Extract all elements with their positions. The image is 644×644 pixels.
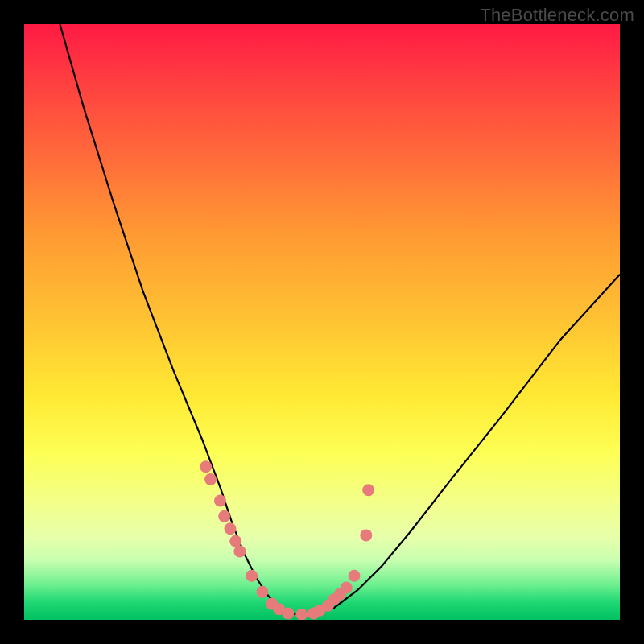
data-point bbox=[360, 529, 372, 541]
bottleneck-chart bbox=[24, 24, 620, 620]
curve-path bbox=[60, 24, 620, 614]
data-point bbox=[233, 545, 246, 557]
data-point-markers bbox=[200, 460, 374, 620]
data-point bbox=[218, 510, 230, 522]
data-point bbox=[214, 495, 226, 507]
chart-frame: TheBottleneck.com bbox=[0, 0, 644, 644]
data-point bbox=[341, 582, 353, 594]
data-point bbox=[282, 607, 294, 619]
data-point bbox=[295, 609, 308, 620]
data-point bbox=[349, 570, 361, 582]
data-point bbox=[200, 460, 212, 473]
bottleneck-curve-line bbox=[60, 24, 620, 614]
data-point bbox=[257, 586, 269, 598]
data-point bbox=[362, 484, 374, 496]
plot-area bbox=[24, 24, 620, 620]
data-point bbox=[246, 570, 258, 582]
watermark-text: TheBottleneck.com bbox=[480, 5, 634, 26]
data-point bbox=[204, 473, 217, 485]
data-point bbox=[225, 522, 237, 535]
